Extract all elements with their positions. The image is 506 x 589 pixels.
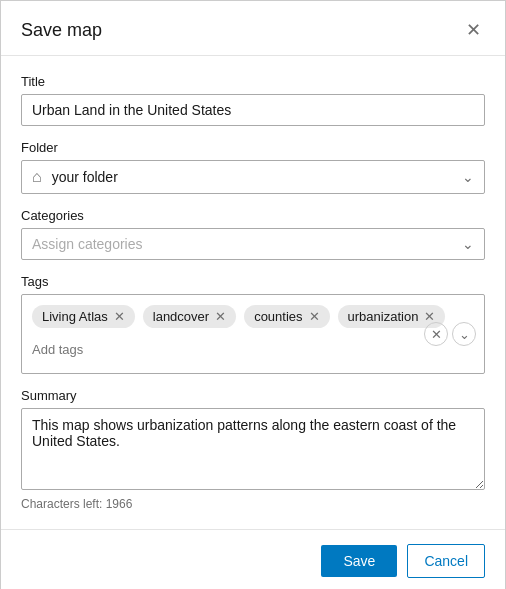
tag-text: Living Atlas: [42, 309, 108, 324]
chevron-down-icon-categories: ⌄: [462, 236, 474, 252]
tag-counties-remove[interactable]: ✕: [309, 310, 320, 323]
title-input[interactable]: [21, 94, 485, 126]
dialog-footer: Save Cancel: [1, 529, 505, 589]
tag-landcover: landcover ✕: [143, 305, 236, 328]
categories-select[interactable]: Assign categories ⌄: [21, 228, 485, 260]
tag-living-atlas: Living Atlas ✕: [32, 305, 135, 328]
title-field-group: Title: [21, 74, 485, 126]
summary-label: Summary: [21, 388, 485, 403]
tags-label: Tags: [21, 274, 485, 289]
home-icon: ⌂: [32, 168, 42, 186]
folder-label: Folder: [21, 140, 485, 155]
tags-dropdown-button[interactable]: ⌄: [452, 322, 476, 346]
save-button[interactable]: Save: [321, 545, 397, 577]
categories-placeholder: Assign categories: [32, 236, 143, 252]
tags-controls: ✕ ⌄: [424, 322, 476, 346]
tags-field-group: Tags Living Atlas ✕ landcover ✕ counties…: [21, 274, 485, 374]
tag-counties: counties ✕: [244, 305, 329, 328]
tag-landcover-remove[interactable]: ✕: [215, 310, 226, 323]
tag-text: landcover: [153, 309, 209, 324]
chevron-down-icon: ⌄: [462, 169, 474, 185]
add-tags-input[interactable]: [32, 338, 200, 361]
save-map-dialog: Save map ✕ Title Folder ⌂ your folder ⌄ …: [0, 0, 506, 589]
close-button[interactable]: ✕: [462, 19, 485, 41]
dialog-body: Title Folder ⌂ your folder ⌄ Categories …: [1, 56, 505, 529]
tag-text: urbanization: [348, 309, 419, 324]
categories-label: Categories: [21, 208, 485, 223]
dialog-header: Save map ✕: [1, 1, 505, 56]
folder-value: your folder: [52, 169, 118, 185]
summary-textarea[interactable]: This map shows urbanization patterns alo…: [21, 408, 485, 490]
tags-container: Living Atlas ✕ landcover ✕ counties ✕ ur…: [21, 294, 485, 374]
dialog-title: Save map: [21, 20, 102, 41]
tag-living-atlas-remove[interactable]: ✕: [114, 310, 125, 323]
title-label: Title: [21, 74, 485, 89]
cancel-button[interactable]: Cancel: [407, 544, 485, 578]
folder-select[interactable]: ⌂ your folder ⌄: [21, 160, 485, 194]
chars-left: Characters left: 1966: [21, 497, 485, 511]
folder-field-group: Folder ⌂ your folder ⌄: [21, 140, 485, 194]
tag-text: counties: [254, 309, 302, 324]
summary-field-group: Summary This map shows urbanization patt…: [21, 388, 485, 511]
categories-field-group: Categories Assign categories ⌄: [21, 208, 485, 260]
clear-tags-button[interactable]: ✕: [424, 322, 448, 346]
